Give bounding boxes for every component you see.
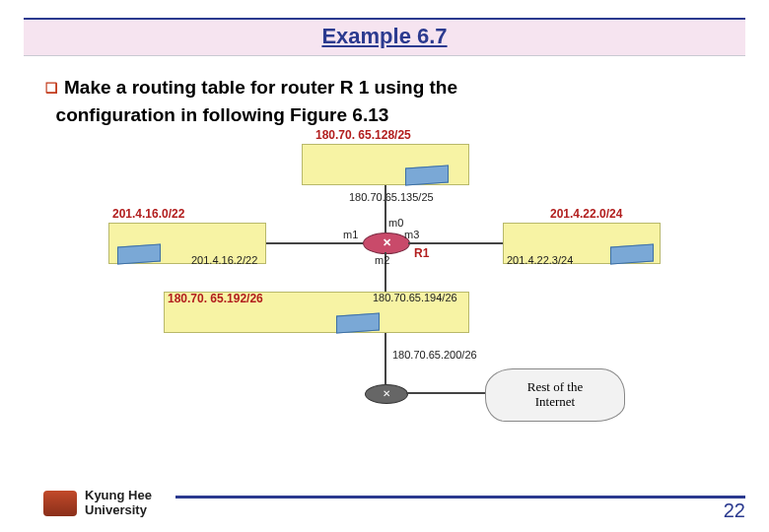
iface-m1: m1	[343, 229, 358, 240]
net-top-host-ip: 180.70.65.135/25	[349, 191, 434, 203]
page-number: 22	[724, 499, 745, 522]
host-icon	[610, 244, 654, 265]
iface-m0: m0	[388, 217, 403, 229]
router-r1-label: R1	[414, 246, 429, 260]
net-left-host-ip: 201.4.16.2/22	[191, 254, 257, 266]
network-diagram: 180.70. 65.128/25 180.70.65.135/25 201.4…	[108, 134, 661, 430]
host-icon	[405, 166, 449, 186]
below-link-ip: 180.70.65.200/26	[392, 349, 477, 361]
footer-divider	[175, 496, 745, 499]
host-icon	[117, 244, 161, 265]
net-bottom-host-ip: 180.70.65.194/26	[373, 292, 457, 303]
body-line-1: Make a routing table for router R 1 usin…	[64, 77, 457, 98]
body-text: ❑Make a routing table for router R 1 usi…	[45, 74, 730, 128]
title-bar: Example 6.7	[24, 18, 745, 56]
net-right-label: 201.4.22.0/24	[550, 207, 622, 221]
net-left-label: 201.4.16.0/22	[112, 207, 184, 221]
link-left	[266, 242, 363, 244]
bullet-icon: ❑	[45, 80, 58, 96]
university-line-1: Kyung Hee	[85, 488, 152, 502]
university-line-2: University	[85, 502, 147, 517]
router-2-icon	[365, 384, 408, 404]
slide-title: Example 6.7	[321, 24, 447, 48]
body-line-2: configuration in following Figure 6.13	[56, 104, 389, 125]
university-name: Kyung Hee University	[85, 489, 152, 518]
link-to-r2	[384, 333, 386, 384]
internet-cloud: Rest of the Internet	[485, 368, 625, 422]
net-bottom-label: 180.70. 65.192/26	[168, 292, 263, 305]
iface-m2: m2	[375, 254, 389, 266]
link-right	[408, 242, 503, 244]
footer: Kyung Hee University 22	[0, 481, 769, 522]
university-logo-icon	[43, 491, 77, 516]
router-r1-icon	[363, 233, 410, 254]
net-box-top	[302, 144, 469, 185]
host-icon	[336, 313, 380, 334]
net-top-label: 180.70. 65.128/25	[315, 128, 411, 142]
cloud-label: Rest of the Internet	[527, 380, 583, 410]
link-top	[384, 185, 386, 233]
link-to-cloud	[406, 392, 485, 394]
iface-m3: m3	[404, 229, 419, 240]
net-right-host-ip: 201.4.22.3/24	[507, 254, 573, 266]
